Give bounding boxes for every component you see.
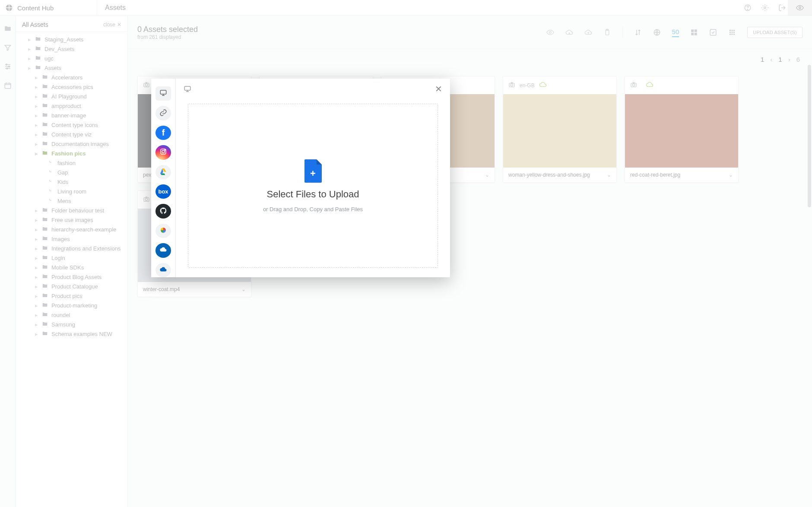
dropzone-subtitle: or Drag and Drop, Copy and Paste Files — [263, 206, 363, 212]
svg-point-42 — [165, 150, 165, 151]
dropzone-title: Select Files to Upload — [267, 189, 359, 200]
upload-source-google-drive[interactable] — [155, 165, 171, 179]
upload-source-rail: fbox — [151, 79, 176, 277]
github-icon — [159, 207, 167, 216]
svg-point-41 — [162, 150, 165, 153]
box-icon: box — [158, 188, 168, 195]
upload-modal: fbox ✕ Select Files to Upload or Drag an… — [151, 79, 450, 277]
upload-source-device[interactable] — [155, 86, 171, 101]
file-plus-icon — [304, 159, 322, 183]
modal-close-button[interactable]: ✕ — [435, 85, 442, 93]
google-drive-icon — [159, 168, 167, 177]
upload-modal-body: ✕ Select Files to Upload or Drag and Dro… — [176, 79, 450, 277]
upload-source-box[interactable]: box — [155, 184, 171, 199]
monitor-icon — [159, 89, 167, 98]
upload-source-github[interactable] — [155, 204, 171, 218]
upload-modal-header: ✕ — [176, 79, 450, 99]
onedrive-icon — [159, 246, 167, 255]
facebook-icon: f — [162, 128, 165, 138]
svg-rect-39 — [160, 90, 166, 94]
link-icon — [159, 109, 167, 118]
upload-dropzone[interactable]: Select Files to Upload or Drag and Drop,… — [188, 104, 438, 268]
onedrive-icon — [159, 266, 167, 275]
upload-source-onedrive[interactable] — [155, 243, 171, 257]
upload-source-facebook[interactable]: f — [155, 126, 171, 140]
upload-source-instagram[interactable] — [155, 145, 171, 159]
instagram-icon — [159, 148, 167, 157]
upload-source-google-photos[interactable] — [155, 224, 171, 238]
upload-source-onedrive-business[interactable] — [155, 263, 171, 277]
monitor-icon — [184, 85, 191, 93]
upload-source-link[interactable] — [155, 106, 171, 120]
google-photos-icon — [159, 226, 167, 235]
svg-rect-43 — [184, 86, 190, 90]
